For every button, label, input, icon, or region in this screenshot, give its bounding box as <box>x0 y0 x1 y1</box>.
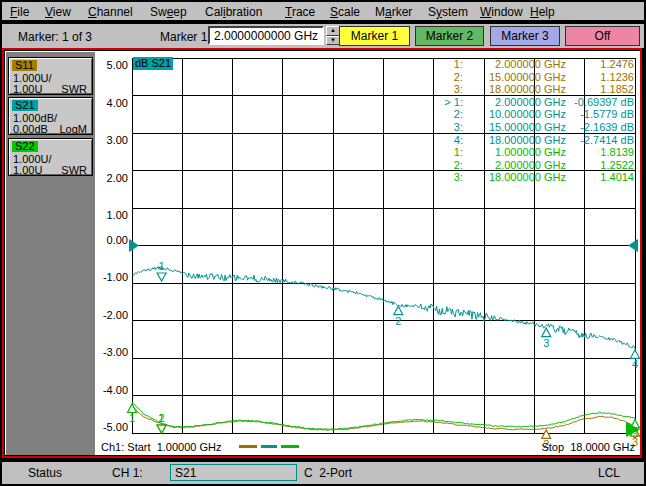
marker-readout-row: 1:2.000000 GHz1.2476 <box>381 58 634 71</box>
marker-frequency: 15.000000 GHz <box>463 71 566 84</box>
trace-name-chip: S11 <box>12 60 37 71</box>
status-label: Status <box>28 466 62 480</box>
marker-number: 2: <box>381 108 463 121</box>
marker-s21-2[interactable]: 2 <box>394 306 403 327</box>
toolbar-button-off[interactable]: Off <box>565 26 640 46</box>
y-axis-tick-label: 2.00 <box>95 172 128 184</box>
menu-item-window[interactable]: Window <box>480 5 523 19</box>
menu-item-trace[interactable]: Trace <box>285 5 315 19</box>
marker-number: 3: <box>381 83 463 96</box>
marker-readout-label: Marker: 1 of 3 <box>18 30 92 44</box>
marker-s22-2[interactable]: 2 <box>157 412 166 434</box>
marker-s22-1[interactable]: 1 <box>128 404 137 425</box>
marker-number: 1: <box>381 58 463 71</box>
marker-number: 2: <box>381 159 463 172</box>
svg-text:2: 2 <box>159 412 165 424</box>
marker-frequency-input[interactable] <box>208 26 324 45</box>
marker-readout-row: 3:18.000000 GHz1.4014 <box>381 171 634 184</box>
marker-readout-row: 4:18.000000 GHz-2.7414 dB <box>381 134 634 147</box>
trace-reference: 0.00dB <box>13 123 48 135</box>
menu-item-system[interactable]: System <box>428 5 468 19</box>
y-axis-tick-label: -4.00 <box>95 384 128 396</box>
marker-value: 1.1236 <box>566 71 634 84</box>
marker-readout-row: > 1:2.000000 GHz-0.69397 dB <box>381 96 634 109</box>
y-axis-tick-label: 3.00 <box>95 134 128 146</box>
menu-item-view[interactable]: View <box>45 5 71 19</box>
y-axis-tick-label: 0.00 <box>95 234 128 246</box>
toolbar-button-marker-2[interactable]: Marker 2 <box>415 26 484 46</box>
trace-status-s21[interactable]: S211.000dB/0.00dBLogM <box>8 97 93 135</box>
marker-field-label: Marker 1 <box>160 30 207 44</box>
menu-item-file[interactable]: File <box>10 5 29 19</box>
trace-format: SWR <box>61 83 87 95</box>
marker-value: -0.69397 dB <box>566 96 634 109</box>
marker-readout-row: 3:15.000000 GHz-2.1639 dB <box>381 121 634 134</box>
menu-item-calibration[interactable]: Calibration <box>205 5 262 19</box>
marker-frequency: 18.000000 GHz <box>463 134 566 147</box>
marker-toolbar: Marker: 1 of 3 Marker 1 ▲ ▼ Marker 1Mark… <box>2 24 644 48</box>
toolbar-button-marker-3[interactable]: Marker 3 <box>490 26 560 46</box>
y-axis-tick-label: -2.00 <box>95 309 128 321</box>
x-axis-stop-label: Stop 18.0000 GHz <box>541 441 635 453</box>
menu-item-channel[interactable]: Channel <box>88 5 133 19</box>
marker-readout-table: 1:2.000000 GHz1.24762:15.000000 GHz1.123… <box>381 58 634 184</box>
trace-status-s22[interactable]: S221.000U/1.00USWR <box>8 138 93 176</box>
channel-label: CH 1: <box>112 466 143 480</box>
marker-frequency: 2.000000 GHz <box>463 159 566 172</box>
stepper-down-button[interactable]: ▼ <box>326 36 340 46</box>
marker-value: 1.2476 <box>566 58 634 71</box>
lcl-indicator: LCL <box>598 466 620 480</box>
menu-item-help[interactable]: Help <box>530 5 555 19</box>
menu-item-scale[interactable]: Scale <box>330 5 360 19</box>
trace-sidebar: S111.000U/1.00USWRS211.000dB/0.00dBLogMS… <box>5 51 95 455</box>
marker-s21-4[interactable]: 4 <box>631 350 640 371</box>
vna-application-window: FileViewChannelSweepCalibrationTraceScal… <box>0 0 646 486</box>
display-red-frame: S111.000U/1.00USWRS211.000dB/0.00dBLogMS… <box>2 48 642 458</box>
marker-readout-row: 1:1.000000 GHz1.8139 <box>381 146 634 159</box>
reference-level-arrow-left <box>129 239 139 252</box>
svg-text:2: 2 <box>395 315 401 327</box>
marker-frequency: 1.000000 GHz <box>463 146 566 159</box>
marker-value: 1.2522 <box>566 159 634 172</box>
marker-number: 2: <box>381 71 463 84</box>
marker-readout-row: 3:18.000000 GHz1.1852 <box>381 83 634 96</box>
stepper-up-button[interactable]: ▲ <box>326 26 340 36</box>
trace-name-chip: S21 <box>12 100 38 111</box>
marker-number: > 1: <box>381 96 463 109</box>
y-axis-tick-label: 1.00 <box>95 209 128 221</box>
marker-value: 1.8139 <box>566 146 634 159</box>
marker-readout-row: 2:15.000000 GHz1.1236 <box>381 71 634 84</box>
marker-frequency: 15.000000 GHz <box>463 121 566 134</box>
marker-value: -2.1639 dB <box>566 121 634 134</box>
marker-number: 4: <box>381 134 463 147</box>
marker-readout-row: 2:10.000000 GHz-1.5779 dB <box>381 108 634 121</box>
marker-number: 1: <box>381 146 463 159</box>
x-axis-start-label: Ch1: Start 1.00000 GHz <box>101 441 221 453</box>
trace-format: SWR <box>61 164 87 176</box>
legend-dash-s21 <box>261 445 277 448</box>
marker-frequency-stepper: ▲ ▼ <box>326 26 340 45</box>
marker-value: 1.4014 <box>566 171 634 184</box>
marker-frequency: 18.000000 GHz <box>463 171 566 184</box>
marker-number: 3: <box>381 171 463 184</box>
marker-s21-3[interactable]: 3 <box>542 328 551 349</box>
svg-text:1: 1 <box>159 260 165 272</box>
status-bar: Status CH 1: S21 C 2-Port LCL <box>2 462 644 484</box>
marker-value: 1.1852 <box>566 83 634 96</box>
marker-s21-1[interactable]: 1 <box>157 260 166 282</box>
trace-status-s11[interactable]: S111.000U/1.00USWR <box>8 57 93 95</box>
active-trace-chip: dB S21 <box>133 57 173 70</box>
calibration-status: C 2-Port <box>304 466 352 480</box>
display-area: S111.000U/1.00USWRS211.000dB/0.00dBLogMS… <box>4 50 640 456</box>
svg-text:3: 3 <box>543 337 549 349</box>
toolbar-button-marker-1[interactable]: Marker 1 <box>339 26 410 46</box>
menu-item-marker[interactable]: Marker <box>375 5 412 19</box>
y-axis-tick-label: 4.00 <box>95 97 128 109</box>
marker-value: -2.7414 dB <box>566 134 634 147</box>
svg-text:4: 4 <box>632 358 638 370</box>
menu-item-sweep[interactable]: Sweep <box>150 5 187 19</box>
y-axis-tick-label: -5.00 <box>95 421 128 433</box>
active-trace-indicator: S21 <box>170 464 297 481</box>
legend-dash-s11 <box>239 445 257 448</box>
marker-frequency: 18.000000 GHz <box>463 83 566 96</box>
